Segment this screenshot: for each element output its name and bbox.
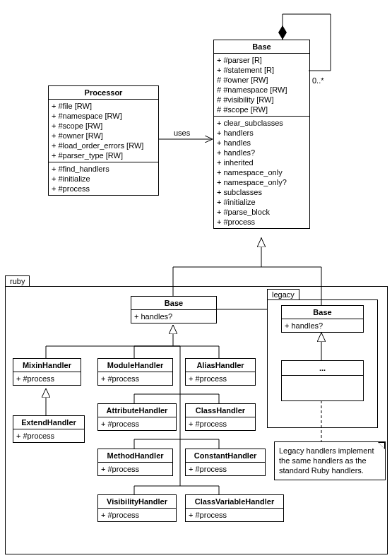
- uses-label: uses: [174, 129, 190, 137]
- ruby-label: ruby: [5, 275, 30, 286]
- method-handler: MethodHandler+ #process: [97, 449, 173, 476]
- class-handler: ClassHandler+ #process: [185, 403, 256, 431]
- constant-handler: ConstantHandler+ #process: [185, 449, 266, 476]
- legacy-placeholder: ...: [281, 360, 364, 401]
- note-fold-icon: [378, 442, 385, 449]
- base-attrs: + #parser [R] + #statement [R] # #owner …: [214, 54, 309, 117]
- processor-class: Processor + #file [RW] + #namespace [RW]…: [48, 85, 159, 196]
- attribute-handler: AttributeHandler+ #process: [97, 403, 177, 431]
- processor-ops: + #find_handlers + #initialize + #proces…: [49, 162, 158, 195]
- visibility-handler: VisibilityHandler+ #process: [97, 494, 177, 522]
- processor-title: Processor: [49, 86, 158, 100]
- classvar-handler: ClassVariableHandler+ #process: [185, 494, 284, 522]
- base-ops: + clear_subclasses + handlers + handles …: [214, 117, 309, 228]
- base-title: Base: [214, 40, 309, 54]
- base-class: Base + #parser [R] + #statement [R] # #o…: [213, 40, 310, 229]
- legacy-note: Legacy handlers implement the same handl…: [274, 441, 386, 480]
- extend-handler: ExtendHandler+ #process: [13, 415, 85, 443]
- legacy-label: legacy: [267, 289, 299, 299]
- module-handler: ModuleHandler+ #process: [97, 358, 173, 386]
- multiplicity-label: 0..*: [312, 76, 324, 85]
- ruby-base-class: Base + handles?: [131, 296, 217, 323]
- mixin-handler: MixinHandler+ #process: [13, 358, 81, 386]
- alias-handler: AliasHandler+ #process: [185, 358, 256, 386]
- processor-attrs: + #file [RW] + #namespace [RW] + #scope …: [49, 100, 158, 162]
- legacy-base-class: Base + handles?: [281, 305, 364, 333]
